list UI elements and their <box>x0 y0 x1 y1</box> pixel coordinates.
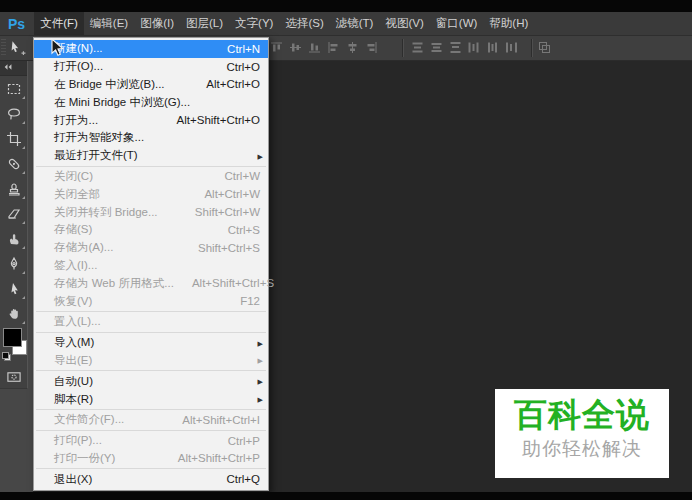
menu-item-export[interactable]: 导出(E)▶ <box>34 352 268 370</box>
tool-column <box>0 76 27 326</box>
menu-item-label: 关闭全部 <box>54 187 186 202</box>
menu-item-save-for-web[interactable]: 存储为 Web 所用格式...Alt+Shift+Ctrl+S <box>34 274 268 292</box>
align-left-edges-icon[interactable] <box>327 41 340 54</box>
distribute-vertical-centers-icon[interactable] <box>430 41 443 54</box>
menu-item-shortcut: Ctrl+W <box>225 170 260 182</box>
letterbox-top <box>0 0 692 12</box>
path-selection-tool[interactable] <box>0 276 27 301</box>
color-swatches <box>0 326 27 366</box>
menu-item-open[interactable]: 打开(O)...Ctrl+O <box>34 58 268 76</box>
menu-item-save-as[interactable]: 存储为(A)...Shift+Ctrl+S <box>34 239 268 257</box>
menu-item-label: 打开为智能对象... <box>54 130 260 145</box>
menu-item-shortcut: Ctrl+S <box>228 224 260 236</box>
menu-item-print[interactable]: 打印(P)...Ctrl+P <box>34 432 268 450</box>
align-bottom-edges-icon[interactable] <box>308 41 321 54</box>
menu-item-label: 存储为(A)... <box>54 240 180 255</box>
menu-item-close[interactable]: 关闭(C)Ctrl+W <box>34 168 268 186</box>
spot-healing-brush-tool[interactable] <box>0 151 27 176</box>
menu-item-label: 自动(U) <box>54 374 260 389</box>
submenu-arrow-icon: ▶ <box>258 378 263 385</box>
menu-item-exit[interactable]: 退出(X)Ctrl+Q <box>34 470 268 488</box>
menu-item-scripts[interactable]: 脚本(R)▶ <box>34 390 268 408</box>
align-top-edges-icon[interactable] <box>270 41 283 54</box>
menu-item-automate[interactable]: 自动(U)▶ <box>34 372 268 390</box>
quick-mask-button[interactable] <box>0 366 27 388</box>
menu-item-save[interactable]: 存储(S)Ctrl+S <box>34 221 268 239</box>
distribute-right-edges-icon[interactable] <box>505 41 518 54</box>
menu-item-shortcut: Alt+Shift+Ctrl+I <box>182 414 260 426</box>
default-colors-icon[interactable] <box>2 352 11 361</box>
submenu-arrow-icon: ▶ <box>258 396 263 403</box>
lasso-tool[interactable] <box>0 101 27 126</box>
distribute-horizontal-centers-icon[interactable] <box>486 41 499 54</box>
menubar-item-filter[interactable]: 滤镜(T) <box>330 12 380 35</box>
menu-item-close-and-go-to-bridge[interactable]: 关闭并转到 Bridge...Shift+Ctrl+W <box>34 203 268 221</box>
menu-item-print-one-copy[interactable]: 打印一份(Y)Alt+Shift+Ctrl+P <box>34 450 268 468</box>
options-bar-separator <box>531 39 533 57</box>
tool-flyout-indicator <box>22 96 25 99</box>
menu-separator <box>36 370 266 371</box>
distribute-top-edges-icon[interactable] <box>411 41 424 54</box>
menu-item-open-as[interactable]: 打开为...Alt+Shift+Ctrl+O <box>34 111 268 129</box>
rectangular-marquee-tool[interactable] <box>0 76 27 101</box>
menu-item-label: 置入(L)... <box>54 314 260 329</box>
menu-item-shortcut: Ctrl+N <box>227 43 260 55</box>
distribute-left-edges-icon[interactable] <box>467 41 480 54</box>
menubar-item-file[interactable]: 文件(F) <box>34 12 84 35</box>
menu-item-label: 导出(E) <box>54 353 260 368</box>
menu-item-shortcut: Ctrl+O <box>226 61 260 73</box>
letterbox-bottom <box>0 492 692 500</box>
menu-item-open-recent[interactable]: 最近打开文件(T)▶ <box>34 147 268 165</box>
menu-item-new[interactable]: 新建(N)...Ctrl+N <box>34 40 268 58</box>
menu-item-shortcut: Ctrl+Q <box>226 473 260 485</box>
menubar-item-layer[interactable]: 图层(L) <box>180 12 229 35</box>
quick-mask-icon <box>6 370 22 385</box>
collapse-panel-button[interactable] <box>0 60 27 76</box>
menu-item-file-info[interactable]: 文件简介(F)...Alt+Shift+Ctrl+I <box>34 411 268 429</box>
tool-flyout-indicator <box>22 296 25 299</box>
menubar-item-image[interactable]: 图像(I) <box>134 12 180 35</box>
tool-flyout-indicator <box>22 271 25 274</box>
auto-align-layers-icon[interactable] <box>538 41 551 54</box>
menubar-item-select[interactable]: 选择(S) <box>279 12 329 35</box>
crop-tool[interactable] <box>0 126 27 151</box>
menu-item-place[interactable]: 置入(L)... <box>34 313 268 331</box>
submenu-arrow-icon: ▶ <box>258 152 263 159</box>
file-menu-dropdown: 新建(N)...Ctrl+N打开(O)...Ctrl+O在 Bridge 中浏览… <box>33 37 269 491</box>
menubar-item-edit[interactable]: 编辑(E) <box>84 12 134 35</box>
menu-item-check-in[interactable]: 签入(I)... <box>34 257 268 275</box>
move-tool-icon[interactable] <box>8 39 26 57</box>
smudge-tool[interactable] <box>0 226 27 251</box>
menu-item-label: 打印(P)... <box>54 433 210 448</box>
clone-stamp-tool[interactable] <box>0 176 27 201</box>
menubar-item-view[interactable]: 视图(V) <box>379 12 429 35</box>
menu-item-close-all[interactable]: 关闭全部Alt+Ctrl+W <box>34 185 268 203</box>
menu-item-browse-in-bridge[interactable]: 在 Bridge 中浏览(B)...Alt+Ctrl+O <box>34 76 268 94</box>
align-vertical-centers-icon[interactable] <box>289 41 302 54</box>
pen-tool[interactable] <box>0 251 27 276</box>
menu-item-browse-in-mini-bridge[interactable]: 在 Mini Bridge 中浏览(G)... <box>34 93 268 111</box>
eraser-tool[interactable] <box>0 201 27 226</box>
tool-flyout-indicator <box>22 321 25 324</box>
hand-tool[interactable] <box>0 301 27 326</box>
menu-item-open-as-smart-object[interactable]: 打开为智能对象... <box>34 129 268 147</box>
menu-item-label: 关闭(C) <box>54 169 207 184</box>
menubar-item-help[interactable]: 帮助(H) <box>483 12 534 35</box>
menubar-item-type[interactable]: 文字(Y) <box>229 12 279 35</box>
menu-item-label: 导入(M) <box>54 335 260 350</box>
submenu-arrow-icon: ▶ <box>258 357 263 364</box>
submenu-arrow-icon: ▶ <box>258 339 263 346</box>
align-horizontal-centers-icon[interactable] <box>346 41 359 54</box>
menu-item-label: 退出(X) <box>54 472 208 487</box>
menu-item-import[interactable]: 导入(M)▶ <box>34 334 268 352</box>
menu-separator <box>36 332 266 333</box>
align-right-edges-icon[interactable] <box>365 41 378 54</box>
mouse-cursor-icon <box>50 38 66 58</box>
menu-item-shortcut: Alt+Shift+Ctrl+S <box>192 277 274 289</box>
menu-separator <box>36 311 266 312</box>
menu-item-label: 最近打开文件(T) <box>54 148 260 163</box>
foreground-color-swatch[interactable] <box>3 328 22 347</box>
distribute-bottom-edges-icon[interactable] <box>449 41 462 54</box>
menubar-item-window[interactable]: 窗口(W) <box>430 12 484 35</box>
menu-item-revert[interactable]: 恢复(V)F12 <box>34 292 268 310</box>
